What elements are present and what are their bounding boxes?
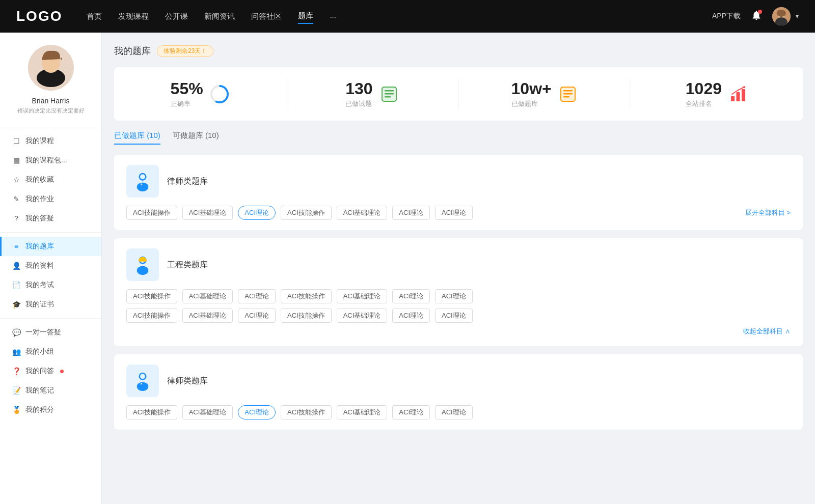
- nav-question-bank[interactable]: 题库: [298, 9, 313, 24]
- nav-more[interactable]: ···: [330, 10, 336, 23]
- sidebar-item-tutoring-label: 一对一答疑: [25, 328, 61, 337]
- sidebar-item-profile-label: 我的资料: [25, 261, 54, 270]
- stat-banks: 10w+ 已做题库: [459, 79, 631, 108]
- tag-3-3[interactable]: ACI理论: [238, 405, 276, 419]
- nav-qa[interactable]: 问答社区: [251, 10, 282, 23]
- sidebar-item-question-bank-label: 我的题库: [25, 242, 54, 251]
- profile-avatar: [28, 45, 74, 91]
- sidebar-item-courses[interactable]: ☐ 我的课程: [0, 131, 101, 151]
- tabs-bar: 已做题库 (10) 可做题库 (10): [114, 131, 803, 145]
- nav-news[interactable]: 新闻资讯: [204, 10, 235, 23]
- nav-home[interactable]: 首页: [87, 10, 102, 23]
- sidebar-item-answers[interactable]: ? 我的答疑: [0, 209, 101, 228]
- sidebar-item-certificates[interactable]: 🎓 我的证书: [0, 295, 101, 314]
- tag-2-1[interactable]: ACI技能操作: [126, 289, 177, 303]
- stat-questions: 130 已做试题: [286, 79, 458, 108]
- logo[interactable]: LOGO: [16, 8, 62, 24]
- stat-rank: 1029 全站排名: [631, 79, 803, 108]
- user-avatar[interactable]: [772, 7, 791, 25]
- sidebar-item-exams[interactable]: 📄 我的考试: [0, 275, 101, 295]
- sidebar-item-tutoring[interactable]: 💬 一对一答疑: [0, 323, 101, 342]
- stat-banks-label: 已做题库: [511, 99, 552, 108]
- tag-1-4[interactable]: ACI技能操作: [281, 206, 332, 220]
- tag-2-5[interactable]: ACI基础理论: [337, 289, 388, 303]
- tag-2-6[interactable]: ACI理论: [392, 289, 430, 303]
- sidebar-item-my-qa[interactable]: ❓ 我的问答: [0, 361, 101, 381]
- tag-3-2[interactable]: ACI基础理论: [182, 405, 233, 419]
- sidebar-divider-1: [0, 232, 101, 233]
- tag-2-12[interactable]: ACI基础理论: [337, 309, 388, 323]
- tags-row-3: ACI技能操作 ACI基础理论 ACI理论 ACI技能操作 ACI基础理论 AC…: [126, 405, 791, 419]
- expand-link-1[interactable]: 展开全部科目 >: [745, 208, 791, 217]
- lawyer-icon: [126, 165, 159, 198]
- collapse-link[interactable]: 收起全部科目 ∧: [126, 327, 791, 336]
- qa-icon: ❓: [12, 367, 20, 375]
- qb-card-header-1: 律师类题库: [126, 165, 791, 198]
- tag-3-7[interactable]: ACI理论: [435, 405, 473, 419]
- tag-1-6[interactable]: ACI理论: [392, 206, 430, 220]
- qb-title-3: 律师类题库: [167, 376, 208, 386]
- tag-1-5[interactable]: ACI基础理论: [337, 206, 388, 220]
- tag-2-7[interactable]: ACI理论: [435, 289, 473, 303]
- tag-1-1[interactable]: ACI技能操作: [126, 206, 177, 220]
- svg-rect-23: [736, 92, 740, 101]
- tag-3-4[interactable]: ACI技能操作: [281, 405, 332, 419]
- profile-motto: 错误的决定比没有决定要好: [17, 107, 85, 115]
- svg-rect-33: [141, 257, 145, 259]
- qa-badge: [60, 370, 64, 373]
- user-icon: 👤: [12, 262, 20, 270]
- score-icon: 🏅: [12, 406, 20, 414]
- svg-rect-21: [563, 96, 569, 98]
- user-dropdown-arrow[interactable]: ▾: [796, 13, 799, 20]
- main-content: 我的题库 体验剩余23天！ 55% 正确率: [102, 33, 815, 504]
- svg-rect-19: [563, 90, 573, 92]
- stat-questions-text: 130 已做试题: [345, 79, 372, 108]
- sidebar-item-favorites-label: 我的收藏: [25, 175, 54, 184]
- sidebar-item-notes-label: 我的笔记: [25, 386, 54, 395]
- sidebar-item-homework[interactable]: ✎ 我的作业: [0, 189, 101, 209]
- tab-available-banks[interactable]: 可做题库 (10): [173, 131, 219, 145]
- sidebar-item-favorites[interactable]: ☆ 我的收藏: [0, 170, 101, 189]
- stat-accuracy-text: 55% 正确率: [171, 79, 203, 108]
- sidebar-item-points[interactable]: 🏅 我的积分: [0, 400, 101, 419]
- stats-bar: 55% 正确率 130 已做试题: [114, 67, 803, 121]
- nav-open-course[interactable]: 公开课: [165, 10, 188, 23]
- notification-dot: [758, 10, 762, 14]
- sidebar-item-exams-label: 我的考试: [25, 281, 54, 290]
- notification-bell[interactable]: [751, 10, 762, 23]
- tag-3-1[interactable]: ACI技能操作: [126, 405, 177, 419]
- tag-2-14[interactable]: ACI理论: [435, 309, 473, 323]
- svg-rect-22: [731, 96, 735, 101]
- sidebar-item-course-packages-label: 我的课程包...: [25, 156, 67, 165]
- tag-1-7[interactable]: ACI理论: [435, 206, 473, 220]
- tag-1-3[interactable]: ACI理论: [238, 206, 276, 220]
- cert-icon: 🎓: [12, 300, 20, 309]
- sidebar-item-notes[interactable]: 📝 我的笔记: [0, 381, 101, 400]
- page-wrapper: Brian Harris 错误的决定比没有决定要好 ☐ 我的课程 ▦ 我的课程包…: [0, 33, 815, 504]
- tag-2-4[interactable]: ACI技能操作: [281, 289, 332, 303]
- tag-2-13[interactable]: ACI理论: [392, 309, 430, 323]
- sidebar-item-points-label: 我的积分: [25, 405, 54, 414]
- stat-rank-number: 1029: [686, 79, 722, 98]
- tag-2-8[interactable]: ACI技能操作: [126, 309, 177, 323]
- sidebar-item-certificates-label: 我的证书: [25, 300, 54, 309]
- tag-2-2[interactable]: ACI基础理论: [182, 289, 233, 303]
- sidebar-item-my-qa-label: 我的问答: [25, 367, 54, 376]
- tag-2-3[interactable]: ACI理论: [238, 289, 276, 303]
- group-icon: 👥: [12, 348, 20, 356]
- sidebar-item-question-bank[interactable]: ≡ 我的题库: [0, 237, 101, 256]
- app-download-button[interactable]: APP下载: [712, 12, 741, 21]
- tag-2-10[interactable]: ACI理论: [238, 309, 276, 323]
- sidebar-item-profile[interactable]: 👤 我的资料: [0, 256, 101, 275]
- lawyer-icon-2: [126, 365, 159, 397]
- tag-2-9[interactable]: ACI基础理论: [182, 309, 233, 323]
- tag-1-2[interactable]: ACI基础理论: [182, 206, 233, 220]
- nav-discover[interactable]: 发现课程: [118, 10, 149, 23]
- sidebar-item-course-packages[interactable]: ▦ 我的课程包...: [0, 151, 101, 170]
- tab-done-banks[interactable]: 已做题库 (10): [114, 131, 160, 145]
- tag-3-5[interactable]: ACI基础理论: [337, 405, 388, 419]
- sidebar-item-group[interactable]: 👥 我的小组: [0, 342, 101, 361]
- trial-badge: 体验剩余23天！: [157, 45, 213, 57]
- tag-2-11[interactable]: ACI技能操作: [281, 309, 332, 323]
- tag-3-6[interactable]: ACI理论: [392, 405, 430, 419]
